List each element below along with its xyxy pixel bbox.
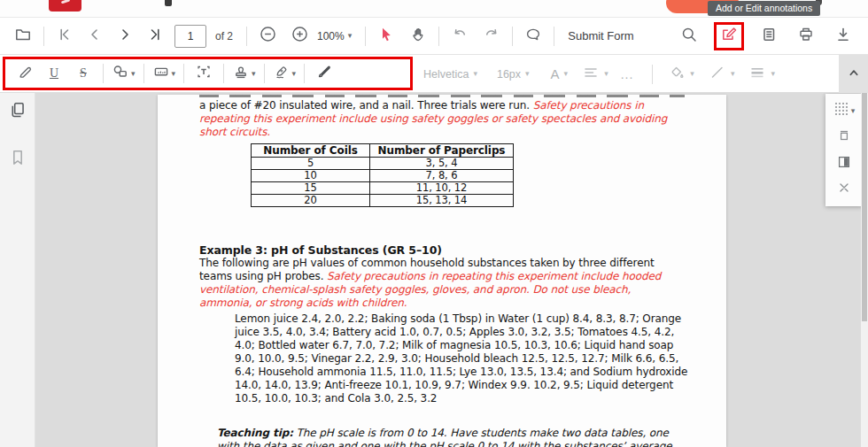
half-filled-square-icon <box>836 154 852 173</box>
open-file-button[interactable] <box>11 23 35 50</box>
last-page-icon <box>146 26 164 47</box>
zoom-out-button[interactable] <box>255 23 280 50</box>
delete-icon <box>836 127 852 147</box>
fill-toggle-button[interactable] <box>836 154 852 173</box>
fill-color-select[interactable]: ▾ <box>668 64 694 85</box>
hand-tool-button[interactable] <box>406 23 430 50</box>
chevron-down-icon: ▾ <box>348 32 353 40</box>
annotation-side-panel: ▾ <box>825 94 863 206</box>
page-number-input[interactable] <box>174 25 206 48</box>
chevron-down-icon: ▾ <box>131 70 136 78</box>
chevron-up-icon <box>846 65 862 84</box>
strikethrough-tool-button[interactable]: S <box>72 61 95 86</box>
next-page-button[interactable] <box>112 23 137 50</box>
divider <box>143 64 144 83</box>
image-tool-button[interactable]: ▾ <box>152 63 176 84</box>
last-page-button[interactable] <box>143 23 167 50</box>
printer-icon <box>797 26 815 47</box>
annotation-tools-highlight-box: U S ▾ ▾ ▾ <box>3 57 413 90</box>
divider <box>512 27 513 46</box>
more-options-button[interactable]: ... <box>621 67 634 81</box>
comment-button[interactable] <box>521 23 546 50</box>
text-align-select[interactable]: ▾ <box>582 64 608 85</box>
main-toolbar-right <box>677 22 868 50</box>
more-icon: ... <box>621 67 634 81</box>
draw-tool-button[interactable] <box>13 61 36 86</box>
bookmarks-button[interactable] <box>8 148 27 171</box>
table-cell: 20 <box>252 195 370 207</box>
delete-annotation-button[interactable] <box>836 127 852 147</box>
table-cell: 15 <box>252 182 370 195</box>
font-size-value: 16px <box>497 68 521 81</box>
stamp-tool-button[interactable]: ▾ <box>232 63 256 84</box>
font-size-select[interactable]: 16px ▾ <box>497 68 530 81</box>
print-button[interactable] <box>794 23 818 50</box>
thumbnails-panel-button[interactable] <box>756 23 781 50</box>
signature-pen-icon <box>273 63 291 84</box>
close-panel-button[interactable] <box>837 181 851 198</box>
left-sidebar <box>0 93 35 447</box>
brush-tool-button[interactable] <box>313 61 336 86</box>
stroke-select[interactable]: ▾ <box>709 64 735 85</box>
divider <box>223 64 224 83</box>
textbox-icon <box>195 63 213 84</box>
redo-icon <box>483 26 500 47</box>
add-edit-annotations-button[interactable] <box>718 26 740 47</box>
chevron-down-icon: ▾ <box>690 70 694 78</box>
content-area: a piece of #20 insulated wire, and a nai… <box>0 93 868 447</box>
zoom-level-select[interactable]: 100% ▾ <box>317 30 352 42</box>
divider <box>103 64 104 83</box>
scrollbar-thumb[interactable] <box>862 93 867 321</box>
table-row: 5 3, 5, 4 <box>252 158 514 170</box>
line-thickness-select[interactable]: ▾ <box>748 64 775 85</box>
search-button[interactable] <box>677 23 701 50</box>
shapes-icon <box>112 63 129 84</box>
shapes-tool-button[interactable]: ▾ <box>112 63 136 84</box>
paragraph-ph-intro: The following are pH values of common ho… <box>199 257 685 310</box>
table-header-cell: Number of Paperclips <box>370 144 514 158</box>
scrollbar-track[interactable] <box>861 93 868 447</box>
font-color-select[interactable]: A ▾ <box>551 66 569 81</box>
submit-form-button[interactable]: Submit Form <box>568 29 633 42</box>
zoom-level-value: 100% <box>317 30 345 42</box>
chevron-down-icon: ▾ <box>525 70 530 78</box>
teaching-tip: Teaching tip: The pH scale is from 0 to … <box>217 427 685 447</box>
ph-values-block: Lemon juice 2.4, 2.0, 2.2; Baking soda (… <box>235 312 688 405</box>
textbox-tool-button[interactable] <box>192 61 215 86</box>
page-thumbnails-button[interactable] <box>8 100 27 123</box>
chevron-down-icon: ▾ <box>564 70 569 78</box>
example-heading: Example 3: pH of Substances (GR 5–10) <box>199 243 442 257</box>
chevron-down-icon: ▾ <box>172 70 176 78</box>
font-family-select[interactable]: Helvetica ▾ <box>423 68 477 81</box>
main-toolbar-left: of 2 100% ▾ <box>0 23 634 50</box>
download-button[interactable] <box>831 23 856 50</box>
divider <box>183 64 184 83</box>
paint-bucket-icon <box>668 64 686 85</box>
strikethrough-icon: S <box>80 66 87 81</box>
table-cell: 7, 8, 6 <box>370 170 514 182</box>
zoom-in-button[interactable] <box>287 23 312 50</box>
bookmark-icon <box>8 148 27 171</box>
redo-button[interactable] <box>479 23 504 50</box>
search-icon <box>680 26 698 47</box>
align-icon <box>582 64 600 85</box>
paragraph-text: a piece of #20 insulated wire, and a nai… <box>199 99 533 112</box>
pages-icon <box>8 100 27 123</box>
pattern-tool-button[interactable]: ▾ <box>833 101 856 120</box>
select-tool-button[interactable] <box>374 23 399 50</box>
annotation-toolbar: U S ▾ ▾ ▾ <box>0 55 868 93</box>
table-row: 20 15, 13, 14 <box>252 195 514 207</box>
download-icon <box>834 26 852 47</box>
signature-tool-button[interactable]: ▾ <box>273 63 297 84</box>
divider <box>652 65 653 84</box>
undo-button[interactable] <box>447 23 472 50</box>
previous-page-button[interactable] <box>82 23 107 50</box>
collapse-toolbar-button[interactable] <box>839 55 868 93</box>
font-color-icon: A <box>551 66 560 81</box>
partial-icon <box>165 0 172 6</box>
stamp-icon <box>232 63 250 84</box>
brush-icon <box>315 63 333 84</box>
first-page-button[interactable] <box>52 23 77 50</box>
folder-icon <box>14 26 32 47</box>
underline-tool-button[interactable]: U <box>43 61 66 86</box>
